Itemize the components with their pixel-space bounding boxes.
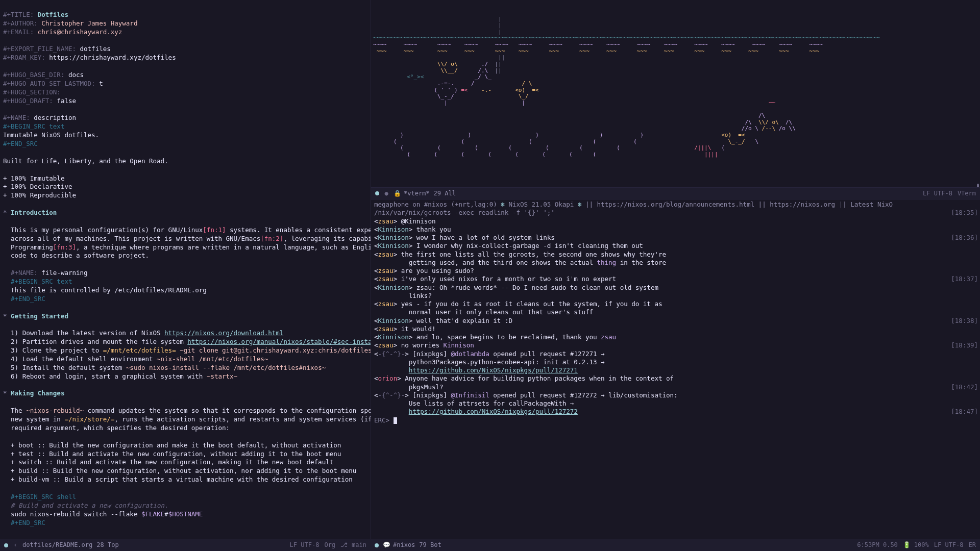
kw-hugo-base: #+HUGO_BASE_DIR: <box>3 71 64 79</box>
erc-prompt[interactable]: ERC> <box>374 416 978 424</box>
irc-message: <xxxxxx> pkgsMusl?[18:42] <box>374 383 978 391</box>
irc-message: <Kinnison> and lo, space begins to be re… <box>374 333 978 341</box>
encoding: LF UTF-8 <box>290 541 320 549</box>
roam-key: https://chrishayward.xyz/dotfiles <box>49 54 176 61</box>
encoding: LF UTF-8 <box>923 189 952 197</box>
doc-title: Dotfiles <box>38 11 68 18</box>
bullet: + 100% Reproducible <box>3 191 76 199</box>
major-mode: Org <box>324 541 335 549</box>
channel-name[interactable]: #nixos <box>393 541 415 549</box>
irc-message: <zsau> the first one lists all the gcroo… <box>374 251 978 259</box>
irc-message: <xxxxxx> https://github.com/NixOS/nixpkg… <box>374 366 978 374</box>
ascii-art: | | | ~~~~~~~~~~~~~~~~~~~~~~~~~~~~~~~~~~… <box>373 10 978 158</box>
chevron-left-icon[interactable]: ‹ <box>12 541 18 549</box>
irc-message: <xxxxxx> https://github.com/NixOS/nixpkg… <box>374 408 978 416</box>
irc-message: <xxxxxx> python3Packages.python-ecobee-a… <box>374 358 978 366</box>
link-nixos-download[interactable]: https://nixos.org/download.html <box>164 329 283 337</box>
encoding: LF UTF-8 <box>934 541 964 549</box>
buffer-name[interactable]: dotfiles/README.org <box>22 541 92 549</box>
irc-message: <zsau> no worries Kinnison[18:39] <box>374 341 978 349</box>
modeline-erc: 💬 #nixos 79 Bot 6:53PM 0.50 🔋100% LF UTF… <box>371 539 980 551</box>
irc-message: <zsau> @Kinnison <box>374 217 978 226</box>
irc-message: <-{^-^}-> [nixpkgs] @Infinisil opened pu… <box>374 391 978 399</box>
status-dot-icon <box>375 191 379 195</box>
heading-star: * <box>3 209 7 216</box>
heading-getting-started[interactable]: Getting Started <box>11 312 68 320</box>
save-icon: ● <box>383 189 389 197</box>
major-mode: VTerm <box>958 189 976 197</box>
src-end: #+END_SRC <box>3 140 38 147</box>
op-item: + switch :: Build and activate the new c… <box>11 458 333 466</box>
irc-link[interactable]: https://github.com/NixOS/nixpkgs/pull/12… <box>409 408 578 415</box>
irc-message: <Kinnison> I wonder why nix-collect-garb… <box>374 242 978 250</box>
snowflake-icon: ❄ <box>501 201 505 208</box>
export-name: dotfiles <box>80 45 111 53</box>
erc-header: megaphone on #nixos (+nrt,lag:0) ❄ NixOS… <box>374 201 978 209</box>
irc-message: <Kinnison> well that'd explain it :D[18:… <box>374 317 978 325</box>
op-item: + build :: Build the new configuration, … <box>11 467 356 474</box>
kw-export: #+EXPORT_FILE_NAME: <box>3 45 76 53</box>
tagline: Built for Life, Liberty, and the Open Ro… <box>3 157 168 165</box>
doc-author: Christopher James Hayward <box>41 19 137 27</box>
irc-message: <zsau> i've only used nixos for a month … <box>374 275 978 283</box>
irc-message: <xxxxxx> Use lists of attrsets for callP… <box>374 399 978 408</box>
src-begin: #+BEGIN_SRC text <box>3 122 64 130</box>
irc-link[interactable]: https://github.com/NixOS/nixpkgs/pull/12… <box>409 366 578 374</box>
irc-message: <Kinnison> zsau: Oh *rude words* -- Do I… <box>374 284 978 292</box>
branch-icon: ⎇ <box>340 541 347 549</box>
buffer-name[interactable]: *vterm* <box>404 189 430 197</box>
battery-icon: 🔋 <box>903 541 909 549</box>
src-body: Immutable NixOS dotfiles. <box>3 131 99 139</box>
heading-introduction[interactable]: Introduction <box>11 209 57 216</box>
op-item: + boot :: Build the new configuration an… <box>11 441 341 449</box>
irc-message: <Kinnison> thank you <box>374 226 978 234</box>
kw-hugo-section: #+HUGO_SECTION: <box>3 88 61 96</box>
erc-pane[interactable]: megaphone on #nixos (+nrt,lag:0) ❄ NixOS… <box>371 199 980 539</box>
clock: 6:53PM 0.50 <box>857 541 897 549</box>
kw-author: #+AUTHOR: <box>3 19 38 27</box>
buffer-position: 28 Top <box>96 541 118 549</box>
doc-email: chris@chrishayward.xyz <box>38 28 122 36</box>
footnote-ref[interactable]: [fn:1] <box>203 226 226 234</box>
irc-message: <Kinnison> wow I have a lot of old syste… <box>374 234 978 242</box>
link-nixos-manual[interactable]: https://nixos.org/manual/nixos/stable/#s… <box>187 338 371 345</box>
modeline-editor: ‹ dotfiles/README.org 28 Top LF UTF-8 Or… <box>0 539 371 551</box>
irc-message: <orion> Anyone have advice for building … <box>374 374 978 383</box>
irc-message: <xxxxxx> getting used, and the third one… <box>374 259 978 267</box>
status-dot-icon <box>4 543 8 547</box>
footnote-ref[interactable]: [fn:3] <box>53 243 76 251</box>
irc-message: <-{^-^}-> [nixpkgs] @dotlambda opened pu… <box>374 350 978 358</box>
status-dot-icon <box>375 543 379 547</box>
op-item: + build-vm :: Build a script that starts… <box>11 475 353 483</box>
vterm-pane[interactable]: | | | ~~~~~~~~~~~~~~~~~~~~~~~~~~~~~~~~~~… <box>371 0 980 199</box>
major-mode: ER <box>969 541 976 549</box>
bullet: + 100% Declarative <box>3 183 72 190</box>
irc-message: <xxxxxx> normal user it only cleans out … <box>374 308 978 316</box>
kw-title: #+TITLE: <box>3 11 34 18</box>
kw-hugo-lastmod: #+HUGO_AUTO_SET_LASTMOD: <box>3 80 95 87</box>
heading-making-changes[interactable]: Making Changes <box>11 389 64 397</box>
chat-icon: 💬 <box>383 541 389 549</box>
irc-message: <zsau> it would! <box>374 325 978 333</box>
irc-message: <xxxxxx> links? <box>374 292 978 300</box>
op-item: + test :: Build and activate the new con… <box>11 450 341 458</box>
kw-hugo-draft: #+HUGO_DRAFT: <box>3 97 53 105</box>
git-branch: main <box>352 541 366 549</box>
kw-name: #+NAME: <box>3 114 30 121</box>
bullet: + 100% Immutable <box>3 174 64 182</box>
modeline-vterm: ● 🔒 *vterm* 29 All LF UTF-8 VTerm <box>371 187 980 199</box>
footnote-ref[interactable]: [fn:2] <box>260 235 283 242</box>
irc-message: <zsau> are you using sudo? <box>374 267 978 275</box>
irc-message: <zsau> yes - if you do it as root it cle… <box>374 300 978 308</box>
buffer-position: 29 All <box>434 189 456 197</box>
battery-level: 100% <box>914 541 929 549</box>
text-cursor <box>394 417 397 424</box>
kw-roam: #+ROAM_KEY: <box>3 54 45 61</box>
shell-comment: # Build and activate a new configuration… <box>11 502 168 509</box>
lock-icon: 🔒 <box>394 189 400 197</box>
org-editor-pane[interactable]: #+TITLE: Dotfiles #+AUTHOR: Christopher … <box>0 0 371 539</box>
buffer-position: 79 Bot <box>419 541 441 549</box>
kw-email: #+EMAIL: <box>3 28 34 36</box>
